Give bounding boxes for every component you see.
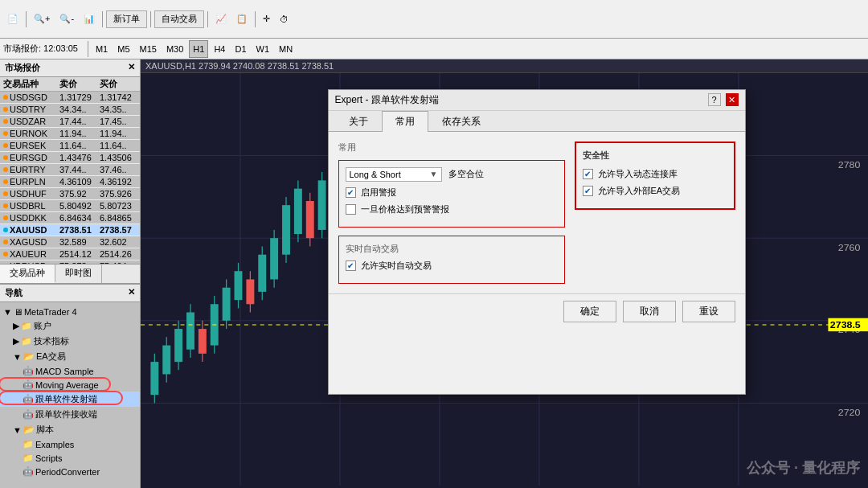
tf-h1[interactable]: H1 bbox=[189, 40, 208, 58]
expand-icon-account: ▶ bbox=[13, 321, 19, 331]
dialog-right-section: 安全性 ✔ 允许导入动态连接库 ✔ 允许导入外部EA交易 bbox=[575, 141, 735, 284]
nav-item-receiver[interactable]: 🤖 跟单软件接收端 bbox=[0, 407, 140, 422]
time-label: 市场报价: 12:03:05 bbox=[3, 43, 78, 55]
reset-button[interactable]: 重设 bbox=[682, 301, 735, 322]
table-row[interactable]: EURTRY37.44..37.46..1.. bbox=[0, 164, 140, 176]
nav-item-macd[interactable]: 🤖 MACD Sample bbox=[0, 364, 140, 378]
tf-w1[interactable]: W1 bbox=[252, 40, 274, 58]
dialog-tab-deps[interactable]: 依存关系 bbox=[428, 111, 494, 132]
checkbox-allow-dll-label: 允许导入动态连接库 bbox=[598, 168, 678, 180]
checkbox-enable-alert-label: 启用警报 bbox=[361, 187, 396, 199]
nav-item-account[interactable]: ▶ 📁 账户 bbox=[0, 318, 140, 334]
nav-item-scripts-folder[interactable]: 📁 Scripts bbox=[0, 451, 140, 465]
table-row[interactable]: USDBRL5.804925.80723231 bbox=[0, 200, 140, 212]
nav-label-sender: 跟单软件发射端 bbox=[35, 393, 97, 405]
checkbox-enable-alert[interactable]: ✔ 启用警报 bbox=[346, 187, 558, 199]
dialog-tabs: 关于 常用 依存关系 bbox=[329, 111, 745, 132]
dialog-tab-about[interactable]: 关于 bbox=[335, 111, 382, 132]
nav-folder-icon-scripts2: 📁 bbox=[23, 453, 34, 463]
nav-item-sender[interactable]: 🤖 跟单软件发射端 bbox=[0, 392, 140, 407]
dialog-body: 常用 Long & Short ▼ 多空合位 bbox=[329, 132, 745, 293]
period-btn[interactable]: ⏱ bbox=[276, 10, 293, 28]
nav-ea-icon-pc: 🤖 bbox=[23, 466, 34, 477]
tf-d1[interactable]: D1 bbox=[231, 40, 250, 58]
table-row[interactable]: EURSEK11.64..11.64..123 bbox=[0, 140, 140, 152]
left-panels: 市场报价 ✕ 交易品种 卖价 买价 ↕ USDSGD1.317291.31742… bbox=[0, 59, 141, 488]
checkbox-realtime-input[interactable]: ✔ bbox=[346, 260, 356, 271]
nav-ea-icon-sender: 🤖 bbox=[23, 394, 34, 404]
sep1 bbox=[26, 11, 27, 27]
nav-item-indicators[interactable]: ▶ 📁 技术指标 bbox=[0, 334, 140, 349]
indicator-btn[interactable]: 📈 bbox=[211, 10, 231, 28]
zoom-in-btn[interactable]: 🔍+ bbox=[30, 10, 54, 28]
tf-m1[interactable]: M1 bbox=[92, 40, 112, 58]
nav-folder-icon-account: 📁 bbox=[21, 321, 32, 331]
sep6 bbox=[88, 41, 88, 57]
cancel-button[interactable]: 取消 bbox=[623, 301, 676, 322]
table-row[interactable]: USDSGD1.317291.3174213 bbox=[0, 92, 140, 104]
dropdown-value: Long & Short bbox=[350, 170, 401, 179]
checkbox-realtime[interactable]: ✔ 允许实时自动交易 bbox=[346, 260, 558, 272]
nav-item-period-converter[interactable]: 🤖 PeriodConverter bbox=[0, 465, 140, 478]
auto-trade-btn[interactable]: 自动交易 bbox=[154, 10, 204, 28]
table-row-xauusd[interactable]: XAUUSD2738.512738.576 bbox=[0, 224, 140, 236]
tf-mn[interactable]: MN bbox=[275, 40, 297, 58]
dialog-help-btn[interactable]: ? bbox=[708, 93, 721, 106]
checkbox-price-alert[interactable]: 一旦价格达到预警警报 bbox=[346, 203, 558, 215]
table-row[interactable]: EURNOK11.94..11.94..151 bbox=[0, 128, 140, 140]
market-close-icon[interactable]: ✕ bbox=[128, 62, 135, 74]
template-btn[interactable]: 📋 bbox=[232, 10, 252, 28]
table-row[interactable]: USDDKK6.846346.84865231 bbox=[0, 212, 140, 224]
table-row[interactable]: USDZAR17.44..17.45..483 bbox=[0, 116, 140, 128]
dialog-tab-common[interactable]: 常用 bbox=[382, 111, 428, 132]
empty-pos-label: 多空合位 bbox=[448, 168, 484, 180]
table-row[interactable]: USDHUF375.92375.926131 bbox=[0, 188, 140, 200]
table-row[interactable]: EURSGD1.434761.4350630 bbox=[0, 152, 140, 164]
dialog-title-text: Expert - 跟单软件发射端 bbox=[335, 93, 439, 107]
tf-m5[interactable]: M5 bbox=[113, 40, 133, 58]
col-bid: 卖价 bbox=[59, 78, 100, 90]
nav-item-ma[interactable]: 🤖 Moving Average bbox=[0, 378, 140, 392]
crosshair-btn[interactable]: ✛ bbox=[259, 10, 274, 28]
checkbox-price-alert-input[interactable] bbox=[346, 204, 356, 215]
checkbox-allow-external-ea-input[interactable]: ✔ bbox=[583, 186, 593, 196]
table-row[interactable]: XAUEUR2514.122514.2614 bbox=[0, 248, 140, 260]
long-short-dropdown[interactable]: Long & Short ▼ bbox=[346, 167, 442, 182]
dialog-title-bar: Expert - 跟单软件发射端 ? ✕ bbox=[329, 90, 745, 111]
table-row[interactable]: USDTRY34.34..34.35..439 bbox=[0, 104, 140, 116]
dialog-close-btn[interactable]: ✕ bbox=[726, 93, 739, 106]
navigator-close-icon[interactable]: ✕ bbox=[128, 287, 135, 299]
tab-ticks[interactable]: 即时图 bbox=[55, 265, 102, 283]
tf-m15[interactable]: M15 bbox=[136, 40, 161, 58]
table-row[interactable]: XAGUSD32.58932.60213 bbox=[0, 236, 140, 248]
nav-label-macd: MACD Sample bbox=[35, 367, 94, 376]
nav-item-ea[interactable]: ▼ 📂 EA交易 bbox=[0, 349, 140, 364]
new-order-btn[interactable]: 新订单 bbox=[106, 10, 147, 28]
nav-label-account: 账户 bbox=[34, 320, 51, 332]
checkbox-allow-external-ea[interactable]: ✔ 允许导入外部EA交易 bbox=[583, 185, 727, 197]
table-row[interactable]: EURPLN4.361094.3619283 bbox=[0, 176, 140, 188]
checkbox-allow-dll-input[interactable]: ✔ bbox=[583, 169, 593, 179]
nav-item-examples[interactable]: 📁 Examples bbox=[0, 437, 140, 451]
tab-symbols[interactable]: 交易品种 bbox=[0, 265, 55, 283]
dropdown-row: Long & Short ▼ 多空合位 bbox=[346, 167, 558, 182]
nav-ea-icon-receiver: 🤖 bbox=[23, 409, 34, 420]
new-chart-btn[interactable]: 📄 bbox=[3, 10, 23, 28]
realtime-section-title: 实时自动交易 bbox=[346, 243, 558, 255]
nav-item-root[interactable]: ▼ 🖥 MetaTrader 4 bbox=[0, 306, 140, 318]
sep4 bbox=[207, 11, 208, 27]
zoom-out-btn[interactable]: 🔍- bbox=[55, 10, 78, 28]
checkbox-enable-alert-input[interactable]: ✔ bbox=[346, 187, 356, 198]
tf-h4[interactable]: H4 bbox=[210, 40, 229, 58]
nav-ea-icon-ma: 🤖 bbox=[23, 379, 34, 390]
tf-m30[interactable]: M30 bbox=[162, 40, 187, 58]
main-layout: 市场报价 ✕ 交易品种 卖价 买价 ↕ USDSGD1.317291.31742… bbox=[0, 59, 868, 488]
navigator-panel: 导航 ✕ ▼ 🖥 MetaTrader 4 ▶ 📁 账户 ▶ 📁 技术指标 bbox=[0, 285, 140, 488]
new-chart-icon: 📄 bbox=[7, 14, 18, 23]
nav-item-scripts[interactable]: ▼ 📂 脚本 bbox=[0, 422, 140, 437]
ok-button[interactable]: 确定 bbox=[563, 301, 616, 322]
checkbox-allow-dll[interactable]: ✔ 允许导入动态连接库 bbox=[583, 168, 727, 180]
nav-label-scripts: 脚本 bbox=[36, 424, 54, 436]
chart-properties-btn[interactable]: 📊 bbox=[80, 10, 99, 28]
navigator-title: 导航 bbox=[5, 287, 23, 299]
